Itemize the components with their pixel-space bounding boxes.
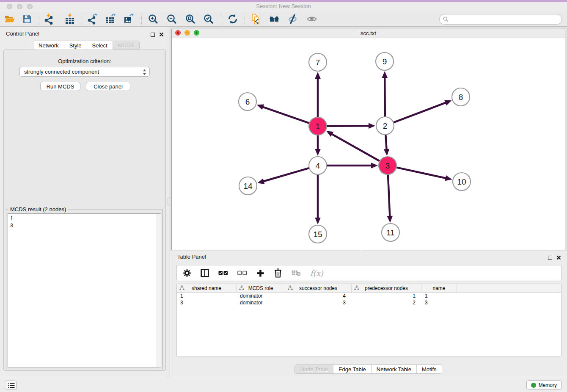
tab-select[interactable]: Select xyxy=(87,41,113,50)
result-scrollbar[interactable] xyxy=(156,214,161,367)
column-header-predecessor-nodes[interactable]: predecessor nodes xyxy=(352,284,421,292)
tab-network-table[interactable]: Network Table xyxy=(372,365,417,373)
svg-text:11: 11 xyxy=(386,228,395,237)
delete-column-icon[interactable] xyxy=(274,268,282,278)
tab-edge-table[interactable]: Edge Table xyxy=(333,365,372,373)
zoom-fit-icon[interactable] xyxy=(185,14,196,25)
table-tabs-row: Node TableEdge TableNetwork TableMotifs xyxy=(170,364,567,374)
zoom-in-icon[interactable] xyxy=(148,14,159,25)
column-header-name[interactable]: name xyxy=(421,284,457,292)
edge-4-14[interactable] xyxy=(257,168,309,184)
table-row-1[interactable]: 1dominator411 xyxy=(177,293,561,299)
cell-shared-name[interactable]: 3 xyxy=(177,299,237,306)
network-window-titlebar: × − + scc.txt xyxy=(172,28,565,38)
cell-shared-name[interactable]: 1 xyxy=(177,293,237,299)
tab-style[interactable]: Style xyxy=(64,41,87,50)
edge-4-15[interactable] xyxy=(315,175,321,224)
workspace-region: × − + scc.txt 1234678910111415 Table Pan… xyxy=(170,27,567,377)
tab-node-table[interactable]: Node Table xyxy=(295,365,333,373)
dropdown-stepper-icon xyxy=(143,69,146,77)
edge-3-10[interactable] xyxy=(396,168,452,181)
open-session-icon[interactable] xyxy=(4,14,15,25)
cell-MCDS-role[interactable]: dominator xyxy=(237,293,285,299)
edge-2-9[interactable] xyxy=(382,71,388,116)
node-6[interactable]: 6 xyxy=(239,93,256,110)
cell-successor-nodes[interactable]: 3 xyxy=(285,299,352,306)
tab-mcds[interactable]: MCDS xyxy=(113,41,139,50)
node-14[interactable]: 14 xyxy=(239,177,257,195)
criterion-dropdown[interactable]: strongly connected component xyxy=(19,67,150,77)
edge-3-11[interactable] xyxy=(387,175,393,223)
network-canvas[interactable]: 1234678910111415 xyxy=(172,38,565,250)
close-panel-icon[interactable] xyxy=(159,31,164,39)
table-row-2[interactable]: 3dominator323 xyxy=(177,299,561,306)
save-session-icon[interactable] xyxy=(22,14,33,25)
cell-name[interactable]: 3 xyxy=(421,299,457,306)
node-11[interactable]: 11 xyxy=(382,224,399,241)
add-column-icon[interactable] xyxy=(256,269,264,277)
new-network-from-selection-icon[interactable] xyxy=(250,14,261,25)
zoom-out-icon[interactable] xyxy=(166,14,177,25)
edge-3-1[interactable] xyxy=(326,131,380,161)
edge-1-4[interactable] xyxy=(315,135,321,156)
zoom-selected-icon[interactable] xyxy=(203,14,214,25)
first-neighbors-icon[interactable] xyxy=(269,14,280,25)
apply-layout-icon[interactable] xyxy=(227,14,238,25)
export-table-icon[interactable] xyxy=(105,14,116,25)
column-header-shared-name[interactable]: shared name xyxy=(177,284,237,292)
toolbar-separator xyxy=(221,14,221,25)
task-history-button[interactable] xyxy=(6,381,17,390)
svg-text:10: 10 xyxy=(457,177,466,186)
node-2[interactable]: 2 xyxy=(376,117,394,135)
edge-4-3[interactable] xyxy=(327,163,378,168)
control-panel-title: Control Panel xyxy=(6,30,39,37)
mcds-result-area[interactable]: 1 3 xyxy=(8,213,161,367)
export-image-icon[interactable] xyxy=(124,14,135,25)
tab-network[interactable]: Network xyxy=(33,41,64,50)
node-10[interactable]: 10 xyxy=(453,173,471,190)
column-settings-icon[interactable] xyxy=(183,269,191,277)
export-network-icon[interactable] xyxy=(87,14,98,25)
edge-1-7[interactable] xyxy=(315,72,321,117)
cell-predecessor-nodes[interactable]: 1 xyxy=(352,293,421,299)
search-input[interactable] xyxy=(451,15,558,24)
memory-button[interactable]: Memory xyxy=(526,380,561,390)
svg-text:6: 6 xyxy=(245,97,250,106)
cell-predecessor-nodes[interactable]: 2 xyxy=(352,299,421,306)
svg-text:7: 7 xyxy=(316,58,320,67)
edge-1-2[interactable] xyxy=(327,123,375,129)
tab-motifs[interactable]: Motifs xyxy=(417,365,442,373)
edge-2-8[interactable] xyxy=(394,100,452,122)
node-15[interactable]: 15 xyxy=(309,225,327,243)
session-title: Session: New Session xyxy=(0,3,567,9)
node-4[interactable]: 4 xyxy=(309,157,327,174)
function-builder-icon: f(x) xyxy=(310,269,323,278)
close-table-panel-icon[interactable] xyxy=(556,254,561,262)
cell-MCDS-role[interactable]: dominator xyxy=(237,299,285,306)
hide-graphics-details-icon[interactable] xyxy=(287,14,298,25)
node-3[interactable]: 3 xyxy=(379,157,396,174)
cell-name[interactable]: 1 xyxy=(421,293,457,299)
edge-2-3[interactable] xyxy=(384,135,390,156)
show-graphics-details-icon[interactable] xyxy=(306,14,317,25)
import-network-icon[interactable] xyxy=(43,14,54,25)
unselect-all-columns-icon[interactable] xyxy=(237,271,247,276)
float-panel-icon[interactable] xyxy=(151,33,155,37)
node-7[interactable]: 7 xyxy=(309,53,327,71)
import-table-icon[interactable] xyxy=(64,14,75,25)
delete-table-icon[interactable] xyxy=(292,270,301,276)
select-all-columns-icon[interactable] xyxy=(218,271,228,276)
column-header-MCDS-role[interactable]: MCDS role xyxy=(237,284,285,292)
split-view-icon[interactable] xyxy=(201,269,209,277)
edge-1-6[interactable] xyxy=(257,104,309,123)
node-1[interactable]: 1 xyxy=(309,117,327,135)
main-toolbar xyxy=(0,12,567,27)
close-panel-button[interactable]: Close panel xyxy=(86,82,130,91)
column-header-successor-nodes[interactable]: successor nodes xyxy=(285,284,352,292)
node-8[interactable]: 8 xyxy=(452,88,470,106)
mcds-panel: Optimization criterion: strongly connect… xyxy=(3,50,166,371)
run-mcds-button[interactable]: Run MCDS xyxy=(40,82,80,91)
float-table-panel-icon[interactable] xyxy=(548,256,552,260)
node-9[interactable]: 9 xyxy=(376,52,394,70)
cell-successor-nodes[interactable]: 4 xyxy=(285,293,352,299)
